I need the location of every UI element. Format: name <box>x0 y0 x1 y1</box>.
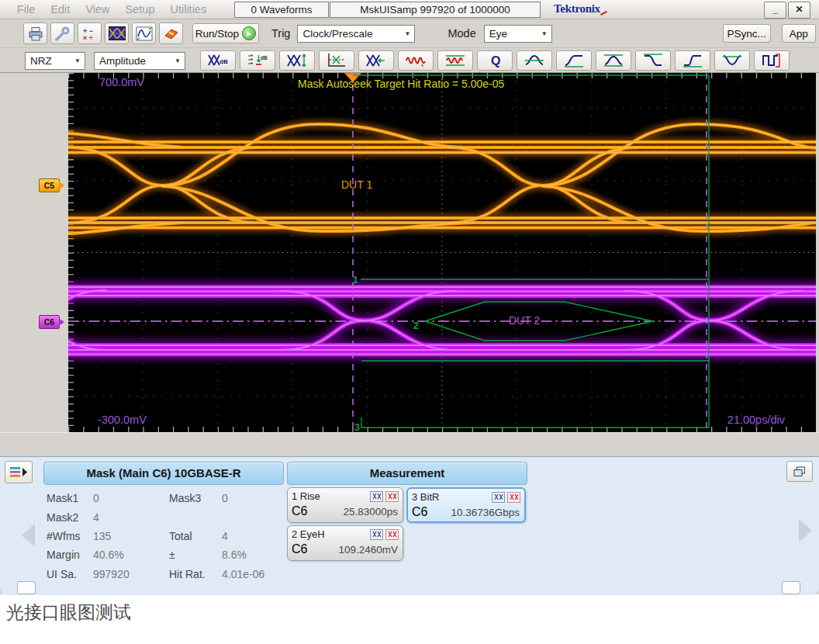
jitter-pp-button[interactable] <box>398 50 434 71</box>
caption-text: 光接口眼图测试 <box>6 601 131 625</box>
measurement-name: 3 BitR <box>412 491 492 503</box>
amplitude-icon <box>682 53 703 68</box>
crossing-percent-button[interactable] <box>319 50 354 71</box>
eye-height-button[interactable] <box>279 50 315 71</box>
mode-label: Mode <box>448 27 475 40</box>
readout-dock-icon <box>9 465 28 480</box>
stat-value: 4 <box>222 530 296 542</box>
ext-ratio-db-button[interactable]: dB <box>200 50 236 71</box>
menu-edit[interactable]: Edit <box>50 3 70 16</box>
stat-value: 0 <box>222 492 296 504</box>
measurement-value: 109.2460mV <box>338 544 398 556</box>
setup-wrench-button[interactable] <box>50 23 74 44</box>
measurement-card-rise[interactable]: 1 Rise C6 25.83000ps <box>287 487 403 523</box>
measurement-toolbar: NRZ ▼ Amplitude ▼ dB dBm <box>0 49 819 73</box>
power-dbm-button[interactable]: dBm <box>240 50 275 71</box>
mask-marker-3: 3 <box>354 421 360 432</box>
bottom-scale-label: -300.0mV <box>98 414 147 426</box>
q-factor-button[interactable]: Q <box>477 50 513 71</box>
eye-stat-icon-blue[interactable] <box>370 491 383 502</box>
waveform-count-readout: 0 Waveforms <box>234 2 329 18</box>
waveform-icon <box>136 26 153 41</box>
high-low-button[interactable] <box>596 50 631 71</box>
panel-scroll-cap-right[interactable] <box>782 581 800 594</box>
math-button[interactable]: + −× ÷ <box>78 23 102 44</box>
measurement-panel-header[interactable]: Measurement <box>287 462 527 485</box>
play-icon: ▶ <box>242 26 256 40</box>
close-button[interactable]: ✕ <box>788 2 810 19</box>
readout-dock-button[interactable] <box>5 461 33 483</box>
noise-pp-icon <box>445 53 465 68</box>
eye-stat-icon-red[interactable] <box>507 492 520 503</box>
mode-dropdown[interactable]: Eye ▼ <box>484 25 552 43</box>
wrench-icon <box>54 26 71 41</box>
timebase-label: 21.00ps/div <box>727 414 786 426</box>
print-button[interactable] <box>23 23 47 44</box>
panel-restore-button[interactable] <box>786 461 813 482</box>
eye-stat-icon-blue[interactable] <box>492 492 505 503</box>
scroll-left-chevron[interactable] <box>22 524 35 547</box>
measurement-source-badge: C6 <box>292 504 307 518</box>
clear-data-button[interactable] <box>159 23 183 44</box>
mask-panel-header[interactable]: Mask (Main C6) 10GBASE-R <box>43 462 284 485</box>
measurement-name: 2 EyeH <box>292 528 370 540</box>
eye-amplitude-button[interactable] <box>556 50 592 71</box>
chevron-down-icon: ▼ <box>171 57 185 64</box>
stat-label: Margin <box>47 549 93 561</box>
signal-type-dropdown[interactable]: NRZ ▼ <box>25 52 85 70</box>
overshoot-icon <box>722 53 742 68</box>
measurement-source-badge: C6 <box>292 542 307 556</box>
stat-value: 135 <box>93 530 169 542</box>
trig-source-dropdown[interactable]: Clock/Prescale ▼ <box>297 25 415 43</box>
stat-label: #Wfms <box>47 530 93 542</box>
psync-button[interactable]: PSync... <box>723 24 771 43</box>
mask-statistics: Mask1 0 Mask3 0 Mask2 4 #Wfms 135 Total … <box>47 489 296 583</box>
rise-time-icon <box>524 53 544 68</box>
power-dbm-icon: dBm <box>247 53 268 68</box>
title-bar: File Edit View Setup Utilities 0 Wavefor… <box>0 0 819 19</box>
run-stop-label: Run/Stop <box>195 28 239 40</box>
print-icon <box>27 26 44 41</box>
measurement-card-eyeheight[interactable]: 2 EyeH C6 109.2460mV <box>287 525 403 561</box>
eye-stat-icon-red[interactable] <box>385 529 399 540</box>
stat-value: 4.01e-06 <box>222 568 296 580</box>
panel-scroll-cap-left[interactable] <box>17 581 36 594</box>
waveform-analyze-button[interactable] <box>132 23 156 44</box>
eye-stat-icon-blue[interactable] <box>370 529 383 540</box>
rise-time-button[interactable] <box>517 50 552 71</box>
menu-utilities[interactable]: Utilities <box>170 3 206 16</box>
crossing-percent-icon <box>327 53 347 68</box>
mask-button[interactable] <box>105 23 129 44</box>
amplitude-button[interactable] <box>675 50 710 71</box>
measure-category-dropdown[interactable]: Amplitude ▼ <box>94 52 185 70</box>
measurement-value: 25.83000ps <box>343 506 398 518</box>
channel6-marker[interactable]: C6 <box>39 315 60 329</box>
measurement-card-bitrate[interactable]: 3 BitR C6 10.36736Gbps <box>406 487 526 523</box>
eraser-icon <box>163 26 180 41</box>
menu-file[interactable]: File <box>17 3 35 16</box>
acquisition-status-readout: MskUISamp 997920 of 1000000 <box>330 2 541 18</box>
jitter-pp-icon <box>406 53 426 68</box>
menu-setup[interactable]: Setup <box>126 3 155 16</box>
stat-label: ± <box>169 549 222 561</box>
tektronix-logo: Tektronix <box>554 2 600 16</box>
eye-stat-icon-red[interactable] <box>385 491 399 502</box>
app-button[interactable]: App <box>782 24 816 43</box>
readout-panel: Mask (Main C6) 10GBASE-R Measurement Mas… <box>0 456 819 595</box>
bit-period-button[interactable] <box>754 50 790 71</box>
minimize-button[interactable]: _ <box>764 2 786 19</box>
channel5-marker[interactable]: C5 <box>39 178 60 192</box>
overshoot-button[interactable] <box>714 50 750 71</box>
run-stop-button[interactable]: Run/Stop ▶ <box>192 23 259 43</box>
stat-label: Hit Rat. <box>169 568 222 580</box>
q-factor-icon: Q <box>485 53 505 68</box>
menu-view[interactable]: View <box>85 3 109 16</box>
fall-time-button[interactable] <box>635 50 671 71</box>
math-icon: + −× ÷ <box>81 26 98 41</box>
main-toolbar: + −× ÷ Run/Stop ▶ Trig Clock/Prescale ▼ … <box>0 19 819 48</box>
scroll-right-chevron[interactable] <box>799 519 812 542</box>
eye-width-button[interactable] <box>358 50 394 71</box>
noise-pp-button[interactable] <box>437 50 473 71</box>
svg-text:× ÷: × ÷ <box>83 34 93 41</box>
measurement-source-badge: C6 <box>412 505 427 519</box>
